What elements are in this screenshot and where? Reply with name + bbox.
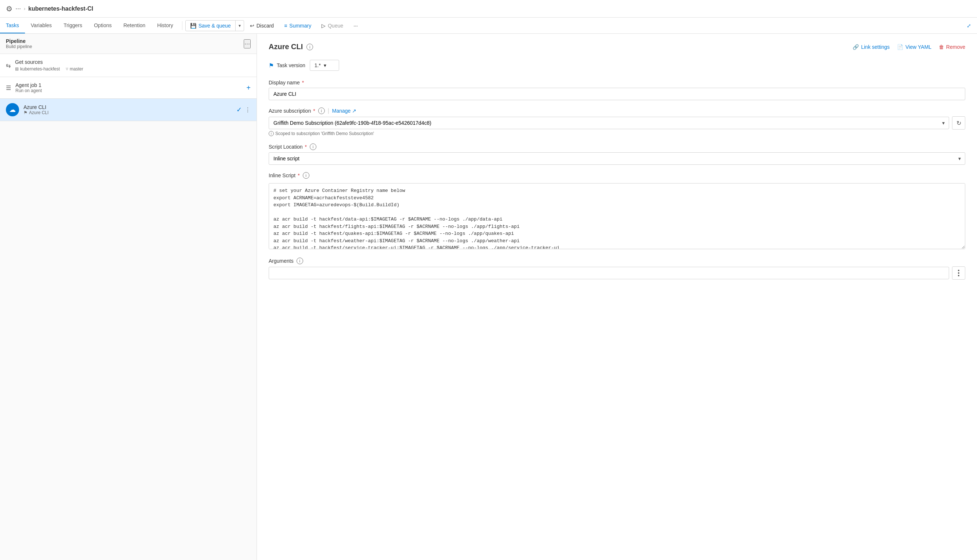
save-queue-button[interactable]: 💾 Save & queue ▾ xyxy=(185,20,244,31)
manage-external-icon: ↗ xyxy=(352,108,356,114)
tab-tasks[interactable]: Tasks xyxy=(0,18,25,33)
subscription-row: Griffith Demo Subscription (62afe9fc-190… xyxy=(268,116,965,130)
right-title-row: Azure CLI i xyxy=(268,43,313,51)
expand-button[interactable]: ⤢ xyxy=(961,23,977,28)
tab-retention[interactable]: Retention xyxy=(117,18,151,33)
get-sources-item[interactable]: ⇆ Get sources ⊞ kubernetes-hackfest ⑂ ma… xyxy=(0,54,257,77)
left-panel: Pipeline Build pipeline ··· ⇆ Get source… xyxy=(0,34,257,560)
discard-button[interactable]: ↩ Discard xyxy=(245,20,278,31)
summary-icon: ≡ xyxy=(284,23,287,28)
right-header-actions: 🔗 Link settings 📄 View YAML 🗑 Remove xyxy=(853,44,965,50)
scope-info-icon: i xyxy=(268,131,274,136)
inline-script-required: * xyxy=(298,172,300,178)
get-sources-info: Get sources ⊞ kubernetes-hackfest ⑂ mast… xyxy=(15,59,251,72)
inline-script-label: Inline Script * xyxy=(268,172,300,178)
task-info: Azure CLI ⚑ Azure CLI xyxy=(23,104,232,115)
agent-job-left: ☰ Agent job 1 Run on agent xyxy=(6,82,42,93)
tabs-left: Tasks Variables Triggers Options Retenti… xyxy=(0,18,961,33)
arguments-more-button[interactable] xyxy=(952,267,965,280)
agent-job-icon: ☰ xyxy=(6,84,11,92)
tab-variables[interactable]: Variables xyxy=(25,18,58,33)
view-yaml-button[interactable]: 📄 View YAML xyxy=(897,44,932,50)
tab-triggers[interactable]: Triggers xyxy=(58,18,88,33)
arguments-label: Arguments xyxy=(268,258,293,264)
top-dots-button[interactable]: ··· xyxy=(15,5,21,12)
task-flag-icon: ⚑ xyxy=(23,110,28,115)
pipeline-info: Pipeline Build pipeline xyxy=(6,38,32,49)
agent-job-subtitle: Run on agent xyxy=(15,88,42,93)
azure-cli-task-item[interactable]: ☁ Azure CLI ⚑ Azure CLI ✓ ⋮ xyxy=(0,99,257,121)
azure-cli-info-icon[interactable]: i xyxy=(307,44,313,50)
display-name-group: Display name * xyxy=(268,80,965,100)
version-select-arrow: ▾ xyxy=(324,62,326,68)
subscription-required: * xyxy=(313,108,315,114)
cloud-icon: ☁ xyxy=(9,106,16,114)
subscription-info-icon[interactable]: i xyxy=(318,108,325,114)
right-panel-header: Azure CLI i 🔗 Link settings 📄 View YAML … xyxy=(268,43,965,51)
discard-icon: ↩ xyxy=(250,23,254,28)
script-location-label-row: Script Location * i xyxy=(268,143,965,150)
task-title: Azure CLI xyxy=(23,104,232,110)
breadcrumb-chevron: › xyxy=(24,6,25,12)
queue-icon: ▷ xyxy=(322,23,325,28)
task-actions: ✓ ⋮ xyxy=(236,106,251,114)
top-bar: ⚙ ··· › kubernetes-hackfest-CI xyxy=(0,0,977,18)
page-title: kubernetes-hackfest-CI xyxy=(28,5,93,12)
add-task-button[interactable]: + xyxy=(246,84,251,92)
tab-history[interactable]: History xyxy=(151,18,179,33)
pipeline-subtitle: Build pipeline xyxy=(6,44,32,49)
script-location-select-container: Inline script ▾ xyxy=(268,152,965,165)
save-icon: 💾 xyxy=(190,23,196,28)
inline-script-label-row: Inline Script * i xyxy=(268,172,965,179)
save-queue-dropdown[interactable]: ▾ xyxy=(236,21,244,30)
pipeline-menu-button[interactable]: ··· xyxy=(244,39,251,48)
branch-label: ⑂ master xyxy=(66,67,83,72)
subscription-refresh-button[interactable]: ↻ xyxy=(952,116,965,130)
agent-job-title: Agent job 1 xyxy=(15,82,42,88)
task-subtitle: ⚑ Azure CLI xyxy=(23,110,232,115)
subscription-select-wrapper: Griffith Demo Subscription (62afe9fc-190… xyxy=(268,117,949,129)
subscription-select-row: Griffith Demo Subscription (62afe9fc-190… xyxy=(268,116,965,136)
task-version-select[interactable]: 1.* ▾ xyxy=(310,60,339,71)
display-name-input[interactable] xyxy=(268,88,965,100)
task-version-row: ⚑ Task version 1.* ▾ xyxy=(268,60,965,71)
right-panel: Azure CLI i 🔗 Link settings 📄 View YAML … xyxy=(257,34,977,560)
get-sources-icon: ⇆ xyxy=(6,62,11,69)
task-menu-button[interactable]: ⋮ xyxy=(245,107,251,113)
main-layout: Pipeline Build pipeline ··· ⇆ Get source… xyxy=(0,34,977,560)
manage-link[interactable]: Manage ↗ xyxy=(332,108,357,114)
summary-button[interactable]: ≡ Summary xyxy=(280,20,316,31)
more-options-button[interactable]: ··· xyxy=(349,20,362,31)
inline-script-group: Inline Script * i xyxy=(268,172,965,250)
queue-button[interactable]: ▷ Queue xyxy=(317,20,348,31)
scope-note: i Scoped to subscription 'Griffith Demo … xyxy=(268,131,965,136)
inline-script-info-icon[interactable]: i xyxy=(303,172,309,179)
subscription-select[interactable]: Griffith Demo Subscription (62afe9fc-190… xyxy=(268,117,949,129)
script-location-group: Script Location * i Inline script ▾ xyxy=(268,143,965,165)
vert-dots-icon xyxy=(958,270,959,276)
get-sources-meta: ⊞ kubernetes-hackfest ⑂ master xyxy=(15,67,251,72)
arguments-input[interactable] xyxy=(268,267,949,279)
script-location-select-wrapper: Inline script ▾ xyxy=(268,152,965,165)
subscription-label: Azure subscription * xyxy=(268,108,315,114)
script-location-info-icon[interactable]: i xyxy=(310,143,316,150)
script-location-required: * xyxy=(305,144,307,150)
save-queue-main[interactable]: 💾 Save & queue xyxy=(186,20,236,31)
app-icon: ⚙ xyxy=(6,4,12,13)
link-settings-button[interactable]: 🔗 Link settings xyxy=(853,44,890,50)
script-location-select[interactable]: Inline script xyxy=(268,152,965,165)
arguments-info-icon[interactable]: i xyxy=(297,258,303,264)
inline-script-textarea[interactable] xyxy=(268,183,965,249)
remove-icon: 🗑 xyxy=(939,44,944,50)
subscription-group: Azure subscription * i | Manage ↗ Griffi… xyxy=(268,108,965,136)
remove-button[interactable]: 🗑 Remove xyxy=(939,44,965,50)
nav-tabs-bar: Tasks Variables Triggers Options Retenti… xyxy=(0,18,977,34)
repo-label: ⊞ kubernetes-hackfest xyxy=(15,67,60,72)
tab-options[interactable]: Options xyxy=(88,18,117,33)
agent-job-item: ☰ Agent job 1 Run on agent + xyxy=(0,77,257,99)
link-icon: 🔗 xyxy=(853,44,859,50)
arguments-row xyxy=(268,267,965,280)
arguments-label-row: Arguments i xyxy=(268,258,965,264)
repo-icon: ⊞ xyxy=(15,67,19,72)
display-name-required: * xyxy=(302,80,304,85)
